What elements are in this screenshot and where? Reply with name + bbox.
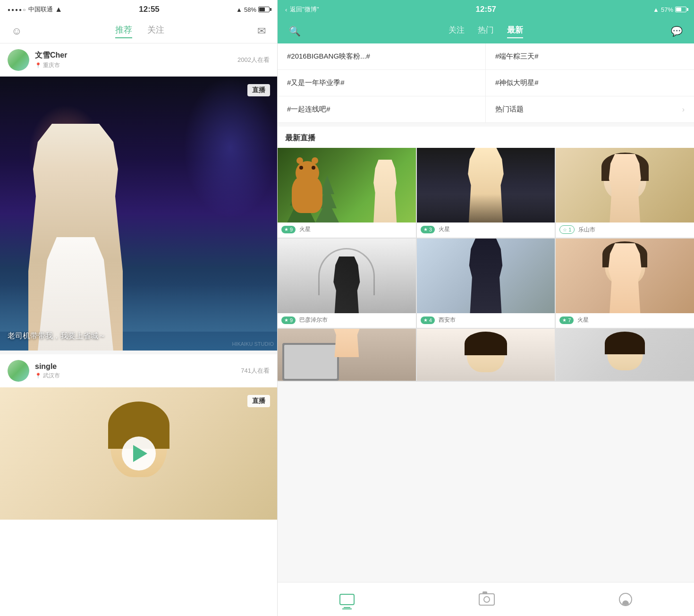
topic-cell-3[interactable]: #神似大明星# <box>486 70 694 96</box>
carrier-label: 中国联通 <box>28 5 53 14</box>
right-navigation: 🔍 关注 热门 最新 💬 <box>278 19 694 43</box>
stream-card-5[interactable]: ★ 7 火星 <box>556 239 694 328</box>
back-label[interactable]: 返回"微博" <box>290 5 319 14</box>
stream-card-info-0: ★ 9 火星 <box>278 222 416 237</box>
topic-label-5: 热门话题 <box>495 105 524 114</box>
stream-thumb-3 <box>278 239 416 313</box>
stream-info-1: 文雪Cher 📍 重庆市 <box>35 51 232 69</box>
stream-card-3[interactable]: ★ 9 巴彦淖尔市 <box>278 239 416 328</box>
nav-item-camera[interactable] <box>479 593 495 606</box>
bear-head <box>296 161 319 185</box>
message-icon[interactable]: ✉ <box>257 25 266 37</box>
live-badge-2: 直播 <box>247 395 270 407</box>
nav-item-profile[interactable] <box>619 593 632 606</box>
battery-percent: 58% <box>244 6 256 13</box>
right-time-display: 12:57 <box>476 5 496 14</box>
profile-icon[interactable]: ☺ <box>11 25 22 37</box>
stream-card-1[interactable]: ★ 3 火星 <box>417 148 555 238</box>
stream-card-8[interactable] <box>556 329 694 381</box>
topic-cell-1[interactable]: #端午粽三天# <box>486 43 694 70</box>
stream-card-info-3: ★ 9 巴彦淖尔市 <box>278 313 416 328</box>
play-triangle <box>133 445 147 462</box>
card-location-0: 火星 <box>299 225 311 233</box>
thumb-bg-1 <box>0 77 278 351</box>
stream-card-info-1: ★ 3 火星 <box>417 222 555 237</box>
topics-grid: #2016BIGBANG映客粉...# #端午粽三天# #又是一年毕业季# #神… <box>278 43 694 123</box>
stream-card-0[interactable]: ★ 9 火星 <box>278 148 416 238</box>
tv-bg-6 <box>282 343 339 381</box>
stream-thumbnail-1[interactable]: 直播 老司机带带我，我要上省城～ HIKAIKU STUDIO <box>0 77 278 351</box>
tab-recommend[interactable]: 推荐 <box>115 24 132 38</box>
right-status-left: ‹ 返回"微博" <box>285 5 319 14</box>
status-right: ▲ 58% <box>236 6 270 13</box>
wifi-icon: ▲ <box>55 5 62 14</box>
tab-latest[interactable]: 最新 <box>507 25 523 38</box>
stream-item-1: 文雪Cher 📍 重庆市 2002人在看 直播 老司机带带我，我要上省城～ HI… <box>0 43 277 351</box>
card-location-1: 火星 <box>439 225 450 233</box>
topic-label-1: #端午粽三天# <box>495 52 539 61</box>
star-icon-0: ★ <box>284 227 288 232</box>
avatar-1[interactable] <box>8 49 29 71</box>
stream-card-7[interactable] <box>417 329 555 381</box>
back-arrow-icon: ‹ <box>285 6 287 13</box>
star-icon-1: ★ <box>423 227 428 232</box>
stream-name-1: 文雪Cher <box>35 51 232 60</box>
avatar-2[interactable] <box>8 360 29 382</box>
profile-head <box>622 600 629 606</box>
stream-thumb-6 <box>278 329 416 381</box>
bear-ear-r <box>312 157 318 164</box>
play-button[interactable] <box>122 436 156 471</box>
camera-icon <box>479 593 495 606</box>
star-icon-5: ★ <box>562 317 567 323</box>
stream-divider <box>0 351 277 354</box>
card-location-4: 西安市 <box>439 316 456 324</box>
right-battery-percent: 57% <box>661 6 673 13</box>
topic-cell-4[interactable]: #一起连线吧# <box>278 96 486 123</box>
time-display: 12:55 <box>139 5 159 14</box>
star-count-2: 1 <box>568 227 571 232</box>
star-badge-1: ★ 3 <box>421 226 435 233</box>
star-icon-4: ★ <box>423 317 428 323</box>
card-location-2: 乐山市 <box>578 226 595 234</box>
tab-following[interactable]: 关注 <box>147 24 164 38</box>
topic-label-2: #又是一年毕业季# <box>287 78 345 87</box>
latest-section: 最新直播 <box>278 127 694 382</box>
stream-info-2: single 📍 武汉市 <box>35 362 235 380</box>
left-status-bar: ●●●●○ 中国联通 ▲ 12:55 ▲ 58% <box>0 0 277 19</box>
right-content: #2016BIGBANG映客粉...# #端午粽三天# #又是一年毕业季# #神… <box>278 43 694 582</box>
stream-card-info-4: ★ 4 西安市 <box>417 313 555 328</box>
stream-item-2: single 📍 武汉市 741人在看 直播 <box>0 354 277 520</box>
section-title: 最新直播 <box>278 127 694 148</box>
topic-cell-2[interactable]: #又是一年毕业季# <box>278 70 486 96</box>
bubble-icon[interactable]: 💬 <box>671 26 683 37</box>
star-badge-4: ★ 4 <box>421 317 435 324</box>
bear-ear-l <box>296 157 303 164</box>
bear-eye-l <box>299 166 303 170</box>
stream-header-2: single 📍 武汉市 741人在看 <box>0 354 277 387</box>
stream-card-2[interactable]: ☆ 1 乐山市 <box>556 148 694 238</box>
nav-tabs: 推荐 关注 <box>115 24 164 38</box>
stream-thumb-7 <box>417 329 555 381</box>
stream-thumbnail-2[interactable]: 直播 <box>0 387 278 520</box>
stream-header-1: 文雪Cher 📍 重庆市 2002人在看 <box>0 43 277 77</box>
tab-hot[interactable]: 热门 <box>478 25 494 38</box>
camera-lens <box>483 596 490 603</box>
stream-thumb-0 <box>278 148 416 222</box>
stream-card-6[interactable] <box>278 329 416 381</box>
stream-card-4[interactable]: MK Studio ★ 4 西安市 <box>417 239 555 328</box>
live-badge-1: 直播 <box>247 84 270 96</box>
right-battery-icon <box>675 7 686 12</box>
stream-viewers-1: 2002人在看 <box>237 56 270 64</box>
stream-thumb-2 <box>556 148 694 222</box>
stream-thumb-1 <box>417 148 555 222</box>
topic-cell-5[interactable]: 热门话题 › <box>486 96 694 123</box>
tab-following[interactable]: 关注 <box>449 25 465 38</box>
right-bottom-nav <box>278 582 694 616</box>
hair-7 <box>465 332 507 355</box>
nav-item-tv[interactable] <box>339 594 355 605</box>
search-icon[interactable]: 🔍 <box>289 26 301 37</box>
star-count-4: 4 <box>429 317 432 323</box>
topic-cell-0[interactable]: #2016BIGBANG映客粉...# <box>278 43 486 70</box>
right-panel: ‹ 返回"微博" 12:57 ▲ 57% 🔍 关注 热门 最新 💬 #2016B… <box>278 0 694 616</box>
star-badge-3: ★ 9 <box>281 317 296 324</box>
